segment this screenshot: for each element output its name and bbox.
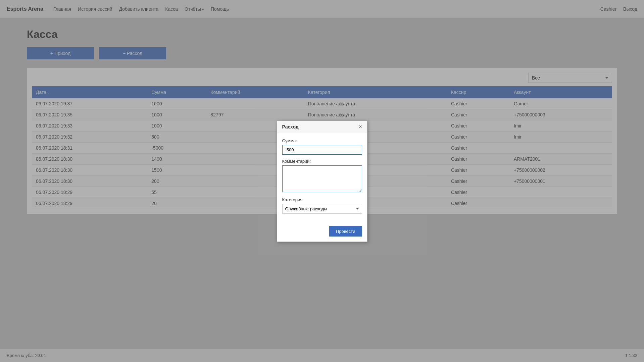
category-label: Категория: — [282, 197, 362, 202]
comment-input[interactable] — [282, 165, 362, 192]
modal-title: Расход — [282, 124, 299, 130]
expense-modal: Расход × Сумма: Комментарий: Категория: … — [277, 120, 367, 242]
sum-label: Сумма: — [282, 138, 362, 143]
comment-label: Комментарий: — [282, 159, 362, 164]
sum-input[interactable] — [282, 145, 362, 155]
modal-footer: Провести — [277, 223, 367, 242]
modal-overlay[interactable]: Расход × Сумма: Комментарий: Категория: … — [0, 0, 644, 362]
submit-button[interactable]: Провести — [329, 226, 362, 237]
category-select[interactable]: Служебные расходы Пополнение аккаунта Пр… — [282, 204, 362, 214]
modal-body: Сумма: Комментарий: Категория: Служебные… — [277, 133, 367, 223]
modal-header: Расход × — [277, 121, 367, 133]
modal-close-button[interactable]: × — [359, 124, 362, 130]
